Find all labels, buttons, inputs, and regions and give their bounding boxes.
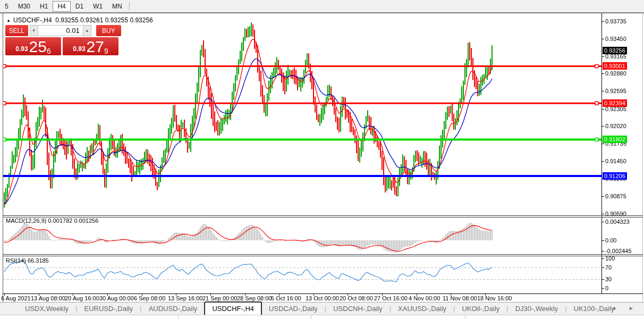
price-axis-tick: 0.92880 <box>605 70 626 77</box>
price-axis-tick: 0.91450 <box>605 158 626 165</box>
price-chart-canvas[interactable] <box>3 14 601 293</box>
timeframe-tab-m30[interactable]: M30 <box>13 1 35 12</box>
chart-title: ▲USDCHF-,H4 0.93255 0.93261 0.93255 0.93… <box>6 16 153 24</box>
time-axis-label: 27 Oct 16:00 <box>374 295 408 301</box>
symbol-tab-ukoil-daily[interactable]: UKOil-,Daily <box>455 303 506 315</box>
axis-tick-mark <box>602 288 604 289</box>
volume-down-button[interactable]: ▼ <box>30 25 38 36</box>
time-axis-line <box>3 293 643 294</box>
price-axis-tick: 0.90590 <box>605 211 626 217</box>
triangle-up-icon: ▲ <box>85 28 89 33</box>
timeframe-tab-mn[interactable]: MN <box>107 1 127 12</box>
level-price-badge: 0.91802 <box>603 136 627 143</box>
macd-axis-tick: -0.002445 <box>605 248 632 255</box>
sell-price-big: 25 <box>29 39 47 55</box>
terminal-strip <box>0 315 644 319</box>
time-axis-label: 20 Oct 08:00 <box>340 295 373 301</box>
symbol-tab-xauusd-daily[interactable]: XAUUSD-,Daily <box>391 303 453 315</box>
axis-tick-mark <box>602 73 604 74</box>
panel-separator[interactable] <box>3 217 643 217</box>
time-axis-label: 11 Nov 08:00 <box>443 295 477 301</box>
chart-window-top-border <box>0 13 644 13</box>
time-axis-label: 20 Aug 16:00 <box>65 295 99 301</box>
buy-price-panel[interactable]: 0.93 27 9 <box>63 37 118 55</box>
buy-button[interactable]: BUY <box>96 25 121 36</box>
axis-tick-mark <box>602 240 604 241</box>
axis-tick-mark <box>602 222 604 222</box>
timeframe-tab-d1[interactable]: D1 <box>71 1 88 12</box>
time-axis-label: 21 Sep 00:00 <box>202 295 237 301</box>
time-axis-label: 28 Sep 08:00 <box>237 295 272 301</box>
rsi-axis-tick: 0 <box>605 285 608 292</box>
symbol-tab-usdcnh-daily[interactable]: USDCNH-,Daily <box>326 303 389 315</box>
sell-price-prefix: 0.93 <box>15 45 28 53</box>
symbol-tab-dj30-weekly[interactable]: DJ30-,Weekly <box>509 303 565 315</box>
symbol-tab-eurusd-daily[interactable]: EURUSD-,Daily <box>78 303 140 315</box>
time-axis-label: 4 Nov 00:00 <box>409 295 440 301</box>
tab-scroll-left-icon[interactable]: ◄ <box>611 305 616 312</box>
chart-symbol: USDCHF-,H4 <box>13 16 52 24</box>
toolbar-separator <box>129 2 130 11</box>
collapse-icon[interactable]: ▲ <box>6 18 11 23</box>
buy-price-big: 27 <box>87 39 104 55</box>
time-axis-label: 5 Oct 16:00 <box>271 295 301 301</box>
axis-tick-mark <box>602 91 604 91</box>
one-click-trading-widget: SELL ▼ 0.01 ▲ BUY 0.93 25 6 0.93 27 9 <box>5 25 121 55</box>
symbol-tab-usdx-weekly[interactable]: USDX,Weekly <box>18 303 75 315</box>
macd-axis-tick: 0.004323 <box>605 219 630 225</box>
axis-tick-mark <box>602 56 604 57</box>
sell-button[interactable]: SELL <box>5 25 28 36</box>
chart-ohlc: 0.93255 0.93261 0.93255 0.93256 <box>55 16 153 24</box>
volume-up-button[interactable]: ▲ <box>83 25 91 36</box>
timeframe-tab-h1[interactable]: H1 <box>35 1 53 12</box>
axis-tick-mark <box>602 267 604 268</box>
axis-tick-mark <box>602 196 604 197</box>
price-axis-tick: 0.93450 <box>605 36 626 43</box>
price-axis-tick: 0.92595 <box>605 88 626 95</box>
time-axis-label: 6 Sep 08:00 <box>134 295 165 301</box>
rsi-axis-tick: 100 <box>605 255 615 262</box>
macd-label: MACD(12,26,9) 0.001782 0.001256 <box>6 217 98 224</box>
rsi-axis-tick: 70 <box>605 264 612 271</box>
axis-tick-mark <box>602 251 604 251</box>
symbol-tab-bar: USDX,Weekly|EURUSD-,Daily|AUDUSD-,DailyU… <box>0 302 644 315</box>
timeframe-tab-w1[interactable]: W1 <box>88 1 107 12</box>
axis-tick-mark <box>602 144 604 144</box>
timeframe-tab-5[interactable]: 5 <box>0 1 13 12</box>
axis-tick-mark <box>602 214 604 214</box>
axis-tick-mark <box>602 21 604 22</box>
time-axis-label: 18 Nov 16:00 <box>477 295 512 301</box>
panel-separator[interactable] <box>3 215 643 216</box>
macd-axis-tick: 0.00 <box>605 237 616 244</box>
rsi-label: RSI(14) 66.3185 <box>6 257 49 264</box>
panel-separator[interactable] <box>3 256 643 256</box>
panel-separator[interactable] <box>3 254 643 255</box>
tab-scroll-right-icon[interactable]: ► <box>629 305 634 312</box>
price-axis-tick: 0.93735 <box>605 18 626 25</box>
buy-price-prefix: 0.93 <box>73 45 85 53</box>
time-axis-label: 13 Aug 08:00 <box>31 295 65 301</box>
symbol-tab-usdchf-h4[interactable]: USDCHF-,H4 <box>204 301 262 315</box>
time-axis-label: 13 Oct 00:00 <box>306 295 339 301</box>
axis-tick-mark <box>602 109 604 110</box>
axis-tick-mark <box>602 279 604 280</box>
level-price-badge: 0.93001 <box>603 62 627 70</box>
symbol-tab-audusd-daily[interactable]: AUDUSD-,Daily <box>142 303 205 315</box>
time-axis-label: 6 Aug 2021 <box>1 295 31 301</box>
axis-tick-mark <box>602 39 604 39</box>
rsi-axis-tick: 30 <box>605 276 612 283</box>
axis-tick-mark <box>602 126 604 127</box>
triangle-down-icon: ▼ <box>32 28 36 33</box>
chart-window-right-border <box>642 13 643 316</box>
axis-tick-mark <box>602 258 604 259</box>
timeframe-tab-h4[interactable]: H4 <box>53 1 70 12</box>
symbol-tab-usdcad-daily[interactable]: USDCAD-,Daily <box>262 303 325 315</box>
level-price-badge: 0.91206 <box>603 172 627 180</box>
sell-price-panel[interactable]: 0.93 25 6 <box>5 37 61 55</box>
level-price-badge: 0.92394 <box>603 99 627 107</box>
volume-input[interactable]: 0.01 <box>38 25 83 36</box>
current-price-badge: 0.93256 <box>603 47 627 54</box>
time-axis-label: 13 Sep 16:00 <box>168 295 202 301</box>
time-axis-label: 30 Aug 00:00 <box>99 295 134 301</box>
buy-price-sup: 9 <box>104 47 108 55</box>
